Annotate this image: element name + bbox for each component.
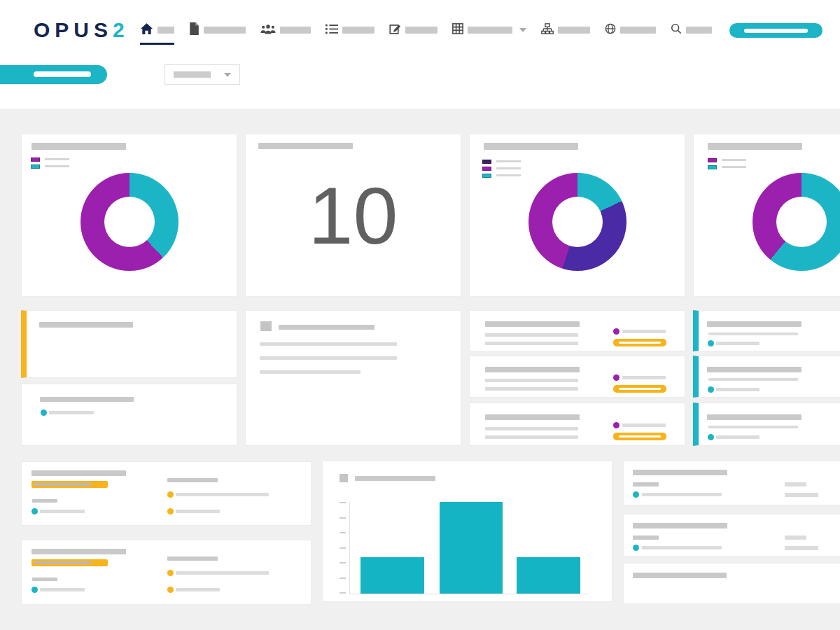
row-title-placeholder bbox=[633, 573, 727, 578]
placeholder-line bbox=[260, 370, 360, 374]
status-dot bbox=[633, 545, 639, 551]
legend-label-placeholder bbox=[496, 160, 521, 162]
axis-tick bbox=[340, 562, 346, 564]
detail-row[interactable] bbox=[623, 461, 840, 505]
activity-row[interactable] bbox=[693, 402, 840, 446]
nav-label-placeholder bbox=[280, 27, 311, 34]
legend-label-placeholder bbox=[722, 159, 746, 161]
stat-value: 10 bbox=[309, 176, 398, 256]
app-window: { "brand": { "text_primary": "OPUS", "te… bbox=[0, 0, 840, 630]
donut-widget-3 bbox=[693, 134, 840, 297]
placeholder-subtitle bbox=[633, 482, 659, 486]
card-title-placeholder bbox=[31, 470, 126, 476]
record-row[interactable] bbox=[469, 402, 685, 446]
card-title-placeholder bbox=[40, 397, 134, 402]
placeholder-line bbox=[485, 333, 578, 337]
card-title-placeholder bbox=[279, 325, 374, 330]
placeholder-line bbox=[40, 588, 85, 592]
notes-card[interactable] bbox=[245, 310, 461, 446]
activity-row[interactable] bbox=[693, 310, 840, 351]
chevron-down-icon bbox=[224, 73, 231, 77]
placeholder-line bbox=[485, 387, 578, 391]
legend-swatch bbox=[482, 160, 491, 164]
status-dot bbox=[633, 491, 639, 498]
highlight-label-placeholder bbox=[34, 483, 91, 486]
placeholder-line bbox=[642, 546, 722, 550]
placeholder-line bbox=[716, 435, 760, 439]
placeholder-line bbox=[485, 435, 578, 439]
action-button[interactable] bbox=[613, 339, 666, 346]
task-card[interactable] bbox=[21, 540, 312, 605]
placeholder-line bbox=[485, 342, 578, 345]
axis-tick bbox=[340, 517, 346, 519]
placeholder-line bbox=[716, 388, 760, 391]
detail-row[interactable] bbox=[623, 563, 840, 604]
nav-label-placeholder bbox=[204, 27, 246, 34]
status-dot bbox=[708, 386, 714, 393]
action-button[interactable] bbox=[613, 385, 666, 393]
row-title-placeholder bbox=[485, 414, 580, 420]
status-dot bbox=[31, 508, 38, 514]
filter-select[interactable] bbox=[164, 64, 240, 85]
nav-label-placeholder bbox=[342, 27, 374, 34]
placeholder-subtitle bbox=[633, 536, 659, 540]
nav-item-people[interactable] bbox=[260, 24, 311, 37]
placeholder-meta bbox=[785, 493, 818, 497]
summary-card[interactable] bbox=[21, 384, 237, 446]
legend-label-placeholder bbox=[496, 167, 521, 169]
activity-row[interactable] bbox=[693, 356, 840, 398]
nav-label-placeholder bbox=[558, 27, 590, 34]
brand-logo-accent: 2 bbox=[113, 18, 130, 41]
nav-item-home[interactable] bbox=[140, 22, 174, 38]
nav-item-tables[interactable] bbox=[452, 23, 526, 37]
highlight-label-placeholder bbox=[34, 561, 91, 564]
main-nav bbox=[140, 22, 712, 38]
brand-logo[interactable]: OPUS2 bbox=[34, 18, 130, 42]
axis-tick bbox=[340, 547, 346, 549]
axis-tick bbox=[340, 578, 346, 579]
alert-card[interactable] bbox=[21, 310, 237, 378]
cta-label-placeholder bbox=[744, 29, 808, 33]
nav-item-documents[interactable] bbox=[189, 22, 246, 38]
donut-chart bbox=[528, 173, 626, 271]
placeholder-line bbox=[176, 588, 220, 592]
nav-label-placeholder bbox=[620, 27, 656, 34]
column-title-placeholder bbox=[167, 556, 218, 561]
legend-swatch bbox=[31, 158, 40, 162]
highlighted-item[interactable] bbox=[31, 559, 108, 566]
placeholder-line bbox=[708, 426, 798, 428]
widget-title-placeholder bbox=[484, 143, 578, 150]
placeholder-meta bbox=[785, 536, 806, 540]
record-row[interactable] bbox=[469, 310, 685, 351]
header-cta-button[interactable] bbox=[729, 23, 822, 38]
legend-label-placeholder bbox=[45, 158, 69, 160]
list-icon bbox=[326, 24, 338, 37]
brand-logo-primary: OPUS bbox=[34, 18, 113, 41]
compose-icon bbox=[389, 23, 401, 38]
legend-swatch bbox=[708, 165, 717, 169]
detail-row[interactable] bbox=[623, 514, 840, 556]
task-card[interactable] bbox=[21, 461, 312, 526]
record-row[interactable] bbox=[469, 356, 685, 398]
select-value-placeholder bbox=[174, 71, 211, 78]
placeholder-line bbox=[485, 379, 578, 382]
action-button[interactable] bbox=[613, 433, 666, 440]
nav-item-language[interactable] bbox=[605, 23, 656, 37]
highlighted-item[interactable] bbox=[31, 481, 108, 488]
placeholder-line bbox=[176, 510, 220, 513]
home-icon bbox=[140, 22, 153, 38]
nav-label-placeholder bbox=[468, 27, 512, 34]
legend-swatch bbox=[31, 164, 40, 169]
bar-series-2 bbox=[440, 502, 503, 594]
donut-chart bbox=[752, 173, 840, 271]
nav-item-compose[interactable] bbox=[389, 23, 438, 38]
widget-title-placeholder bbox=[708, 143, 802, 150]
nav-item-search[interactable] bbox=[671, 23, 712, 37]
nav-item-list[interactable] bbox=[326, 24, 374, 37]
bar-series-1 bbox=[360, 557, 424, 594]
row-title-placeholder bbox=[707, 321, 802, 327]
section-pill-button[interactable] bbox=[0, 65, 107, 84]
placeholder-line bbox=[49, 411, 94, 414]
grid-icon bbox=[452, 23, 463, 37]
nav-item-hierarchy[interactable] bbox=[541, 23, 590, 37]
